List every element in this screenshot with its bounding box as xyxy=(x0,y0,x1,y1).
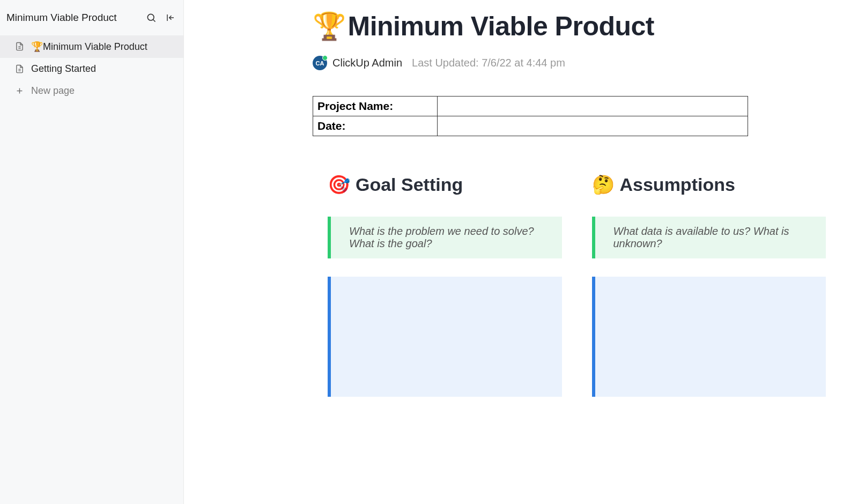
author-name: ClickUp Admin xyxy=(332,57,402,69)
page-title-text: Minimum Viable Product xyxy=(348,11,655,42)
column-assumptions: 🤔 Assumptions What data is available to … xyxy=(592,174,826,415)
column-heading-assumptions: 🤔 Assumptions xyxy=(592,174,826,195)
last-updated: Last Updated: 7/6/22 at 4:44 pm xyxy=(412,57,565,69)
column-heading-text: Goal Setting xyxy=(356,174,463,195)
two-column-layout: 🎯 Goal Setting What is the problem we ne… xyxy=(313,174,826,415)
column-heading-text: Assumptions xyxy=(620,174,735,195)
search-icon[interactable] xyxy=(145,11,158,24)
table-label-date: Date: xyxy=(313,116,438,136)
thinking-emoji: 🤔 xyxy=(592,174,615,195)
sidebar-title: Minimum Viable Product xyxy=(6,12,117,24)
sidebar-nav: 🏆Minimum Viable Product Getting Started xyxy=(0,35,183,102)
table-label-project-name: Project Name: xyxy=(313,97,438,116)
goal-setting-content[interactable] xyxy=(328,277,562,397)
table-value-date[interactable] xyxy=(438,116,748,136)
document-icon xyxy=(15,64,25,74)
table-row: Project Name: xyxy=(313,97,748,116)
assumptions-prompt[interactable]: What data is available to us? What is un… xyxy=(592,217,826,258)
sidebar-header-actions xyxy=(145,11,177,24)
sidebar-header: Minimum Viable Product xyxy=(0,0,183,35)
sidebar-item-label: 🏆Minimum Viable Product xyxy=(31,41,147,53)
document-icon xyxy=(15,42,25,51)
sidebar-new-page[interactable]: New page xyxy=(0,80,183,102)
target-emoji: 🎯 xyxy=(328,174,350,195)
sidebar-item-label: Getting Started xyxy=(31,63,96,75)
sidebar: Minimum Viable Product xyxy=(0,0,184,504)
assumptions-content[interactable] xyxy=(592,277,826,397)
doc-container: 🏆Minimum Viable Product CA ClickUp Admin… xyxy=(184,11,858,415)
svg-line-1 xyxy=(153,20,156,22)
sidebar-item-mvp[interactable]: 🏆Minimum Viable Product xyxy=(0,35,183,58)
goal-setting-prompt[interactable]: What is the problem we need to solve? Wh… xyxy=(328,217,562,258)
page-title-emoji: 🏆 xyxy=(313,11,346,42)
table-value-project-name[interactable] xyxy=(438,97,748,116)
avatar[interactable]: CA xyxy=(313,56,327,70)
collapse-sidebar-icon[interactable] xyxy=(164,11,177,24)
sidebar-item-getting-started[interactable]: Getting Started xyxy=(0,58,183,80)
svg-point-0 xyxy=(147,14,154,20)
main-content: 🏆Minimum Viable Product CA ClickUp Admin… xyxy=(184,0,858,504)
plus-icon xyxy=(15,86,25,96)
page-title[interactable]: 🏆Minimum Viable Product xyxy=(313,11,826,42)
table-row: Date: xyxy=(313,116,748,136)
column-goal-setting: 🎯 Goal Setting What is the problem we ne… xyxy=(328,174,562,415)
doc-meta: CA ClickUp Admin Last Updated: 7/6/22 at… xyxy=(313,56,826,70)
new-page-label: New page xyxy=(31,85,75,97)
column-heading-goal-setting: 🎯 Goal Setting xyxy=(328,174,562,195)
info-table: Project Name: Date: xyxy=(313,96,748,136)
